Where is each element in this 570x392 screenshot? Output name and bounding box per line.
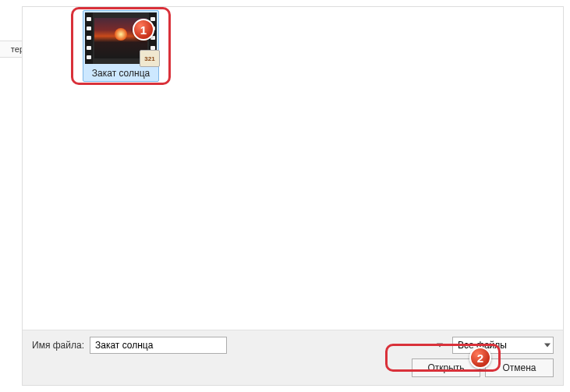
file-item-video[interactable]: 321 Закат солнца [74, 10, 168, 82]
sun-icon [115, 28, 127, 41]
file-open-dialog: 321 Закат солнца Имя файла: Открыть Отме… [22, 6, 564, 386]
file-type-filter[interactable] [452, 337, 554, 354]
file-item-label: Закат солнца [89, 67, 153, 79]
media-player-badge-icon: 321 [140, 50, 160, 67]
chevron-down-icon [437, 344, 443, 348]
file-selection-box: 321 Закат солнца [83, 10, 159, 82]
filmstrip-left [85, 12, 93, 64]
open-button[interactable]: Открыть [412, 358, 480, 377]
filename-input[interactable] [90, 337, 227, 354]
cancel-button[interactable]: Отмена [485, 358, 554, 377]
file-list-area[interactable]: 321 Закат солнца [23, 7, 563, 330]
video-thumbnail: 321 [85, 12, 157, 64]
bottom-panel: Имя файла: Открыть Отмена [23, 330, 563, 385]
filename-label: Имя файла: [32, 340, 90, 351]
